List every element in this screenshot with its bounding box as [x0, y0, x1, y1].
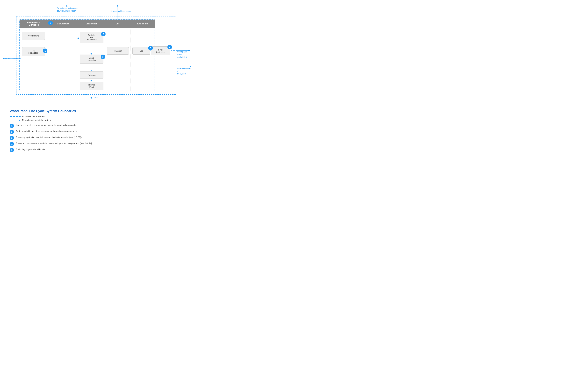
- legend-item-4: 4 Reuse and recovery of end-of-life pane…: [10, 142, 187, 146]
- legend-badge-4: 4: [10, 142, 14, 146]
- label-emission-right: Emission of toxic gases: [111, 10, 131, 13]
- dashed-arrow-icon: [10, 115, 21, 117]
- process-final-destination: Final destination: [151, 46, 170, 55]
- legend-text-2: Bark, wood chip and fines recovery for t…: [16, 130, 77, 133]
- legend-text-4: Reuse and recovery of end-of-life panels…: [16, 142, 93, 145]
- label-wood-panel-waste: Wood panel waste (end-of-life): [177, 48, 192, 59]
- column-headers: Raw Material Extraction Manufacture Dist…: [19, 19, 155, 28]
- svg-marker-29: [77, 37, 79, 38]
- legend-badge-5: 5: [10, 148, 14, 152]
- process-use: Use: [133, 47, 150, 55]
- legend-items: 1 Leaf and branch recovery for use as fe…: [10, 124, 187, 152]
- process-wood-cutting: Wood cutting: [22, 32, 45, 40]
- badge-3-use: 3: [148, 46, 153, 51]
- legend-badge-3: 3: [10, 136, 14, 140]
- process-thermal-plant: Thermal Plant: [80, 82, 103, 90]
- header-eol: End-of-life: [130, 19, 155, 28]
- process-board-formation: Board formation: [80, 55, 103, 63]
- header-dist: Distribution: [78, 19, 105, 28]
- svg-marker-15: [91, 97, 92, 99]
- legend-item-5: 5 Reducing virgin material inputs: [10, 148, 187, 152]
- svg-marker-31: [19, 116, 21, 117]
- legend-item-1: 1 Leaf and branch recovery for use as fe…: [10, 124, 187, 128]
- label-emission-left: Emission of toxic gases, sawdust, water …: [57, 4, 78, 12]
- solid-arrow-icon: [10, 119, 21, 121]
- svg-marker-27: [91, 80, 92, 82]
- legend: Wood Panel Life Cycle System Boundaries …: [8, 109, 187, 152]
- header-raw: Raw Material Extraction: [19, 19, 48, 28]
- legend-flow-dashed: Flows within the system: [10, 115, 187, 118]
- badge-4: 4: [168, 45, 172, 49]
- legend-text-1: Leaf and branch recovery for use as fert…: [16, 124, 77, 127]
- process-particle-fiber: Particle/ fiber preparation: [80, 32, 103, 43]
- legend-item-3: 3 Replacing synthetic resin to increase …: [10, 136, 187, 140]
- svg-marker-11: [117, 4, 118, 6]
- badge-5: 5: [48, 21, 53, 25]
- badge-2: 2: [101, 32, 106, 36]
- legend-badge-1: 1: [10, 124, 14, 128]
- label-material-flow: Material flow out of the system: [177, 64, 192, 75]
- label-raw-input: Raw material input: [3, 57, 19, 60]
- label-ghg: GHG: [94, 96, 98, 99]
- badge-1: 1: [43, 49, 47, 53]
- legend-badge-2: 2: [10, 130, 14, 134]
- svg-marker-25: [91, 70, 92, 71]
- process-finishing: Finishing: [80, 71, 103, 79]
- header-use: Use: [105, 19, 130, 28]
- process-transport: Transport: [107, 47, 129, 55]
- badge-3-mfg: 3: [101, 55, 105, 59]
- process-log-preparation: Log preparation: [22, 47, 45, 56]
- legend-text-3: Replacing synthetic resin to increase ci…: [16, 136, 82, 139]
- legend-item-2: 2 Bark, wood chip and fines recovery for…: [10, 130, 187, 134]
- legend-text-5: Reducing virgin material inputs: [16, 148, 45, 151]
- legend-title: Wood Panel Life Cycle System Boundaries: [10, 109, 187, 113]
- diagram: Raw Material Extraction Manufacture Dist…: [3, 3, 192, 104]
- legend-flow-solid: Flows in and out of the system: [10, 119, 187, 121]
- svg-marker-33: [19, 120, 21, 121]
